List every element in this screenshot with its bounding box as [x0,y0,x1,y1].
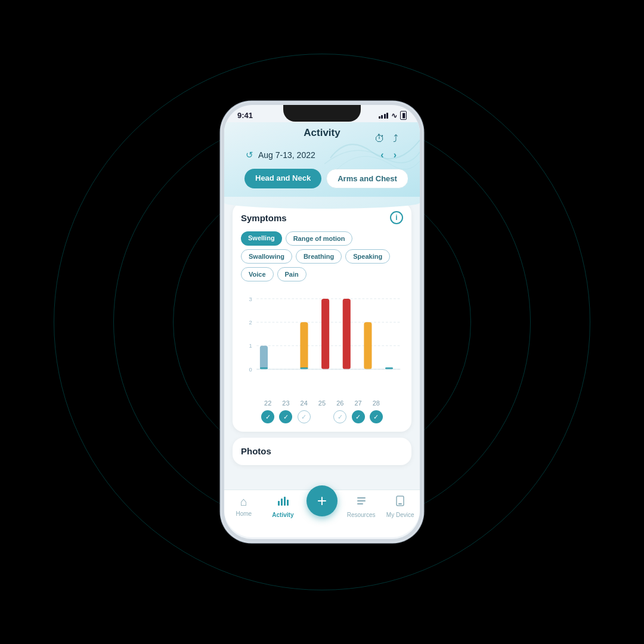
filter-voice[interactable]: Voice [241,267,274,281]
svg-rect-25 [398,503,402,504]
x-label-22: 22 [259,400,277,407]
battery-icon: ▮ [400,111,407,120]
svg-text:3: 3 [249,296,252,302]
filter-range-of-motion[interactable]: Range of motion [286,231,353,246]
x-label-25: 25 [313,400,331,407]
app-header: Activity ⏱ ⤴ ↺ Aug 7-13, 2022 ‹ › [224,122,420,203]
date-refresh-icon: ↺ [246,150,253,160]
prev-date-button[interactable]: ‹ [379,150,385,160]
scroll-area: Symptoms i Swelling Range of motion Swal… [224,203,420,501]
symptoms-title: Symptoms [241,213,287,223]
filter-pain[interactable]: Pain [277,267,306,281]
history-icon[interactable]: ⏱ [374,133,385,145]
check-day-24: ✓ [298,410,311,423]
check-day-26: ✓ [333,410,346,423]
header-actions: ⏱ ⤴ [374,133,398,145]
svg-rect-18 [281,499,283,506]
nav-resources[interactable]: Resources [344,495,379,518]
app-content: Activity ⏱ ⤴ ↺ Aug 7-13, 2022 ‹ › [224,122,420,537]
filter-speaking[interactable]: Speaking [345,249,390,264]
status-time: 9:41 [237,111,253,120]
date-range-label: Aug 7-13, 2022 [258,150,315,160]
resources-icon [355,495,367,510]
x-label-23: 23 [277,400,295,407]
device-icon [394,495,406,510]
status-icons: ∿ ▮ [379,111,407,120]
share-icon[interactable]: ⤴ [393,133,398,145]
svg-rect-13 [343,299,351,369]
nav-my-device[interactable]: My Device [383,495,417,518]
chart-svg: 3 2 1 0 [241,290,403,397]
check-day-28: ✓ [370,410,383,423]
nav-device-label: My Device [386,512,414,518]
wifi-icon: ∿ [391,112,397,120]
filter-swelling[interactable]: Swelling [241,231,282,246]
tab-head-neck[interactable]: Head and Neck [244,169,321,188]
check-day-22: ✓ [261,410,274,423]
photos-title: Photos [241,446,271,456]
nav-activity[interactable]: Activity [265,495,300,518]
filter-swallowing[interactable]: Swallowing [241,249,292,264]
photos-card: Photos [233,438,411,465]
phone-shell: 9:41 ∿ ▮ [221,101,423,543]
nav-resources-label: Resources [347,512,376,518]
svg-rect-10 [300,322,308,369]
x-label-24: 24 [295,400,313,407]
filter-breathing[interactable]: Breathing [296,249,342,264]
signal-icon [379,113,389,119]
svg-text:1: 1 [249,343,252,349]
check-icons-row: ✓ ✓ ✓ ✓ ✓ ✓ [241,407,403,423]
symptoms-card: Symptoms i Swelling Range of motion Swal… [233,203,411,432]
page-title: Activity [304,127,340,139]
home-icon: ⌂ [240,495,247,509]
info-button[interactable]: i [390,211,403,224]
x-axis-labels: 22 23 24 25 26 27 28 [241,397,403,407]
svg-rect-22 [357,500,366,501]
check-day-23: ✓ [279,410,292,423]
svg-rect-19 [284,497,286,506]
x-label-27: 27 [349,400,367,407]
phone-notch [283,105,361,122]
date-navigation: ↺ Aug 7-13, 2022 ‹ › [236,145,408,165]
svg-rect-12 [321,299,329,369]
card-header: Symptoms i [241,211,403,224]
bottom-navigation: ⌂ Home Activity + [224,490,420,537]
svg-rect-8 [260,346,268,369]
svg-rect-17 [278,501,280,506]
phone-screen: 9:41 ∿ ▮ [224,105,420,539]
activity-icon [277,495,289,510]
check-day-27: ✓ [352,410,365,423]
svg-rect-21 [357,497,366,499]
symptoms-chart: 3 2 1 0 [241,290,403,397]
svg-rect-20 [287,500,289,506]
svg-text:0: 0 [249,367,252,373]
next-date-button[interactable]: › [392,150,398,160]
add-button[interactable]: + [306,485,338,516]
nav-home-label: Home [236,510,252,517]
svg-rect-23 [357,503,363,504]
date-arrows: ‹ › [379,150,398,160]
x-label-26: 26 [331,400,349,407]
x-label-28: 28 [367,400,385,407]
nav-home[interactable]: ⌂ Home [227,495,261,517]
symptom-filters: Swelling Range of motion Swallowing Brea… [241,231,403,281]
check-day-25 [315,410,329,423]
nav-fab[interactable]: + [305,495,339,516]
nav-activity-label: Activity [272,512,293,518]
svg-text:2: 2 [249,320,252,326]
svg-rect-14 [364,322,371,369]
